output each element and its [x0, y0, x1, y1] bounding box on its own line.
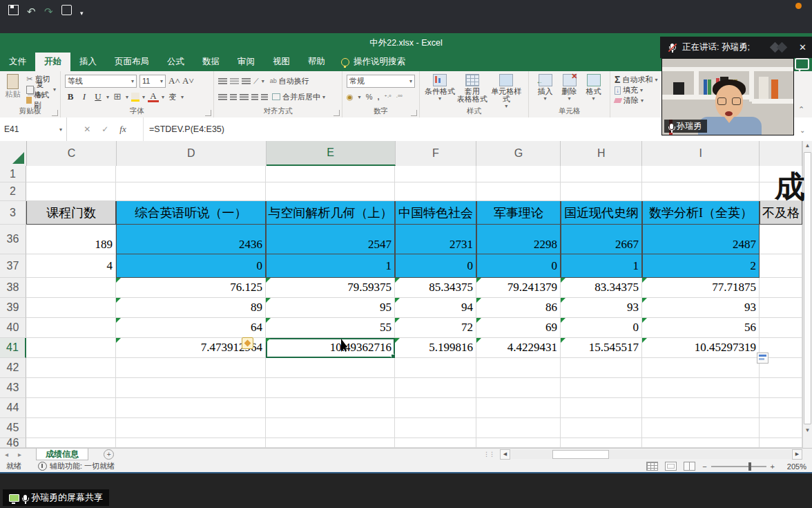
- cell-D1[interactable]: [116, 166, 266, 182]
- cell-C1[interactable]: [26, 166, 116, 182]
- scroll-left-icon[interactable]: ◀: [500, 449, 510, 460]
- merge-center-button[interactable]: 合并后居中▾: [272, 92, 325, 102]
- cell-G41[interactable]: 4.4229431: [476, 338, 561, 358]
- cell-D36[interactable]: 2436: [116, 225, 266, 254]
- column-header-F[interactable]: F: [396, 141, 477, 166]
- cell-G45[interactable]: [476, 418, 561, 438]
- cell-E3[interactable]: 与空间解析几何（上）: [266, 201, 395, 225]
- paste-button[interactable]: 粘贴: [4, 74, 21, 105]
- cell-C37[interactable]: 4: [26, 254, 116, 278]
- cell-H38[interactable]: 83.34375: [561, 278, 642, 298]
- cell-D3[interactable]: 综合英语听说（一）: [116, 201, 266, 225]
- cell-F2[interactable]: [395, 182, 476, 201]
- cell-C40[interactable]: [26, 318, 116, 338]
- row-header-42[interactable]: 42: [0, 358, 26, 378]
- cell-I3[interactable]: 数学分析I（全英）: [642, 201, 760, 225]
- cell-G42[interactable]: [476, 358, 561, 378]
- cell-H39[interactable]: 93: [561, 298, 642, 318]
- confirm-entry-icon[interactable]: ✓: [102, 124, 108, 134]
- font-color-button[interactable]: A: [148, 92, 159, 102]
- cell-G2[interactable]: [476, 182, 561, 201]
- column-header-G[interactable]: G: [476, 141, 561, 166]
- cell-J45[interactable]: [760, 418, 802, 438]
- column-header-clipped[interactable]: [760, 141, 802, 166]
- cell-I43[interactable]: [642, 378, 760, 398]
- increase-decimal-icon[interactable]: ⁺·⁰: [384, 94, 391, 100]
- cell-C2[interactable]: [26, 182, 116, 201]
- cell-G39[interactable]: 86: [476, 298, 561, 318]
- zoom-slider[interactable]: [711, 466, 766, 467]
- cell-E38[interactable]: 79.59375: [266, 278, 395, 298]
- decrease-indent-icon[interactable]: [251, 94, 258, 100]
- cell-J39[interactable]: [760, 298, 802, 318]
- borders-button[interactable]: ⊞: [112, 91, 123, 102]
- cell-D38[interactable]: 76.125: [116, 278, 266, 298]
- cell-F37[interactable]: 0: [395, 254, 476, 278]
- page-layout-view-button[interactable]: [665, 462, 677, 471]
- cell-H43[interactable]: [561, 378, 642, 398]
- cell-F36[interactable]: 2731: [395, 225, 476, 254]
- cell-D37[interactable]: 0: [116, 254, 266, 278]
- accounting-format-icon[interactable]: ◉: [347, 93, 354, 102]
- cell-H44[interactable]: [561, 398, 642, 418]
- cell-I39[interactable]: 93: [642, 298, 760, 318]
- cell-J38[interactable]: [760, 278, 802, 298]
- zoom-out-icon[interactable]: −: [702, 462, 706, 471]
- sheet-tab-active[interactable]: 成绩信息: [36, 449, 88, 460]
- ribbon-tab-数据[interactable]: 数据: [193, 53, 229, 71]
- page-break-view-button[interactable]: [684, 462, 695, 471]
- row-header-45[interactable]: 45: [0, 418, 26, 438]
- zoom-in-icon[interactable]: +: [771, 462, 775, 471]
- touch-mode-icon[interactable]: [61, 5, 72, 15]
- cell-F40[interactable]: 72: [395, 318, 476, 338]
- cell-D42[interactable]: [116, 358, 266, 378]
- cell-C39[interactable]: [26, 298, 116, 318]
- cell-H42[interactable]: [561, 358, 642, 378]
- scroll-right-icon[interactable]: ▶: [792, 449, 802, 460]
- name-box[interactable]: E41▾: [0, 117, 67, 141]
- phonetic-button[interactable]: 变: [167, 92, 178, 102]
- cell-E42[interactable]: [266, 358, 395, 378]
- row-header-39[interactable]: 39: [0, 298, 26, 318]
- error-options-button[interactable]: [242, 337, 253, 349]
- ribbon-tab-视图[interactable]: 视图: [264, 53, 299, 71]
- cell-E40[interactable]: 55: [266, 318, 395, 338]
- cell-E37[interactable]: 1: [266, 254, 395, 278]
- align-top-icon[interactable]: [218, 78, 227, 84]
- column-header-I[interactable]: I: [642, 141, 760, 166]
- tell-me-search[interactable]: 操作说明搜索: [334, 53, 412, 71]
- horizontal-scrollbar[interactable]: ⋮⋮ ◀ ▶: [483, 449, 802, 459]
- cell-J46[interactable]: [760, 438, 802, 448]
- row-header-40[interactable]: 40: [0, 318, 26, 338]
- row-header-38[interactable]: 38: [0, 278, 26, 298]
- cell-C36[interactable]: 189: [26, 225, 116, 254]
- cell-F44[interactable]: [395, 398, 476, 418]
- ribbon-tab-帮助[interactable]: 帮助: [299, 53, 334, 71]
- align-middle-icon[interactable]: [230, 78, 239, 84]
- font-name-select[interactable]: 等线▾: [65, 75, 137, 88]
- ribbon-tab-插入[interactable]: 插入: [70, 53, 106, 71]
- conditional-formatting-button[interactable]: 条件格式▾: [424, 74, 456, 109]
- video-close-button[interactable]: ✕: [799, 42, 806, 53]
- ribbon-tab-开始[interactable]: 开始: [35, 53, 70, 71]
- cell-I1[interactable]: [642, 166, 760, 182]
- cell-F45[interactable]: [395, 418, 476, 438]
- cell-I45[interactable]: [642, 418, 760, 438]
- cell-G37[interactable]: 0: [476, 254, 561, 278]
- cell-G3[interactable]: 军事理论: [476, 201, 561, 225]
- cell-I41[interactable]: 10.45297319: [642, 338, 760, 358]
- format-cells-button[interactable]: 格式▾: [581, 74, 606, 102]
- cell-E2[interactable]: [266, 182, 395, 201]
- cell-H45[interactable]: [561, 418, 642, 438]
- cell-H41[interactable]: 15.545517: [561, 338, 642, 358]
- ribbon-tab-审阅[interactable]: 审阅: [229, 53, 264, 71]
- ribbon-tab-文件[interactable]: 文件: [0, 53, 35, 71]
- cell-J43[interactable]: [760, 378, 802, 398]
- cell-E45[interactable]: [266, 418, 395, 438]
- cell-E44[interactable]: [266, 398, 395, 418]
- cell-E36[interactable]: 2547: [266, 225, 395, 254]
- cell-C44[interactable]: [26, 398, 116, 418]
- horizontal-scrollbar-track[interactable]: [511, 450, 791, 459]
- cell-E46[interactable]: [266, 438, 395, 448]
- normal-view-button[interactable]: [646, 462, 658, 471]
